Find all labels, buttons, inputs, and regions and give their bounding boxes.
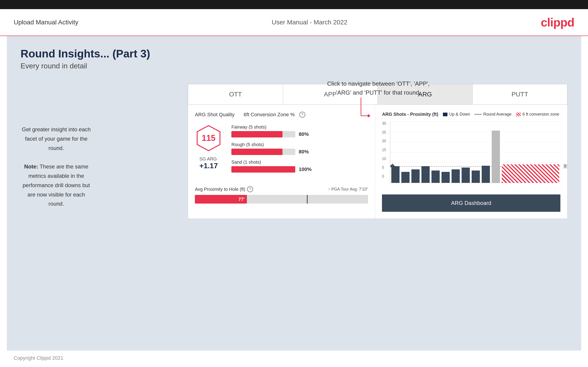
shot-quality-bars: Fairway (5 shots) 80% Rough bbox=[231, 125, 368, 177]
pga-avg: ↑ PGA Tour Avg: 7'10" bbox=[328, 187, 368, 192]
chart-header: ARG Shots - Proximity (ft) Up & Down Rou… bbox=[382, 112, 560, 117]
sg-label: SG ARG bbox=[199, 156, 218, 162]
legend-hatch-icon bbox=[516, 113, 521, 116]
bar-6 bbox=[441, 172, 450, 183]
panel-header: ARG Shot Quality 6ft Conversion Zone % ? bbox=[195, 112, 368, 118]
sand-pct: 100% bbox=[299, 167, 315, 172]
dashed-avg-label: 8 bbox=[563, 164, 567, 169]
nav-hint: Click to navigate between 'OTT', 'APP', … bbox=[321, 79, 435, 97]
bar-4 bbox=[421, 166, 430, 183]
left-panel: ARG Shot Quality 6ft Conversion Zone % ? bbox=[188, 105, 375, 219]
fairway-label: Fairway (5 shots) bbox=[231, 125, 368, 130]
y-label-15: 15 bbox=[382, 148, 386, 152]
y-label-20: 20 bbox=[382, 139, 386, 143]
sand-bar-fill bbox=[231, 166, 295, 173]
hexagon-container: 115 SG ARG +1.17 bbox=[195, 125, 222, 170]
bar-hatch bbox=[502, 164, 559, 183]
sand-label: Sand (1 shots) bbox=[231, 159, 368, 165]
tab-ott[interactable]: OTT bbox=[188, 84, 283, 105]
proximity-section: Avg Proximity to Hole (ft) ? ↑ PGA Tour … bbox=[195, 186, 368, 204]
sg-section: SG ARG +1.17 bbox=[199, 156, 218, 170]
proximity-help-icon[interactable]: ? bbox=[247, 186, 253, 192]
chart-container: 30 25 20 15 10 5 0 bbox=[382, 122, 560, 190]
content-row: Get greater insight into each facet of y… bbox=[21, 84, 567, 219]
shot-row-rough: Rough (5 shots) 80% bbox=[231, 142, 368, 155]
legend-up-down: Up & Down bbox=[443, 112, 470, 117]
arrow-annotation bbox=[354, 98, 377, 126]
legend-round-avg: Round Average bbox=[475, 112, 511, 117]
y-label-5: 5 bbox=[382, 166, 386, 170]
bars-container bbox=[391, 122, 559, 183]
bar-tall bbox=[492, 131, 500, 183]
help-icon[interactable]: ? bbox=[299, 112, 305, 118]
svg-marker-2 bbox=[368, 114, 371, 118]
tab-putt[interactable]: PUTT bbox=[473, 84, 567, 105]
hexagon-shape: 115 bbox=[195, 125, 222, 152]
proximity-header: Avg Proximity to Hole (ft) ? ↑ PGA Tour … bbox=[195, 186, 368, 192]
arg-dashboard-button[interactable]: ARG Dashboard bbox=[382, 194, 560, 212]
shot-row-fairway: Fairway (5 shots) 80% bbox=[231, 125, 368, 137]
bar-1 bbox=[391, 166, 399, 183]
proximity-bar-bg: 77' bbox=[195, 195, 368, 204]
page-title: Round Insights... (Part 3) bbox=[21, 47, 567, 60]
legend-dashed-icon bbox=[475, 114, 481, 115]
rough-bar-bg bbox=[231, 149, 295, 155]
right-panel: ARG Shots - Proximity (ft) Up & Down Rou… bbox=[375, 105, 567, 219]
proximity-cursor bbox=[307, 195, 308, 204]
bar-10 bbox=[482, 166, 490, 183]
upload-label: Upload Manual Activity bbox=[14, 19, 78, 26]
conversion-label: 6ft Conversion Zone % bbox=[244, 112, 295, 118]
shot-row-sand: Sand (1 shots) 100% bbox=[231, 159, 368, 173]
sg-value: +1.17 bbox=[199, 162, 218, 170]
chart-title: ARG Shots - Proximity (ft) bbox=[382, 112, 438, 117]
rough-bar: 80% bbox=[231, 149, 368, 155]
y-label-0: 0 bbox=[382, 174, 386, 178]
rough-pct: 80% bbox=[299, 149, 315, 155]
note-label: Note: bbox=[24, 163, 38, 170]
shot-quality-label: ARG Shot Quality bbox=[195, 112, 234, 118]
main-content: Round Insights... (Part 3) Every round i… bbox=[7, 36, 581, 350]
y-axis: 30 25 20 15 10 5 0 bbox=[382, 122, 386, 181]
bar-2 bbox=[401, 172, 410, 183]
bar-5 bbox=[432, 170, 440, 183]
proximity-val: 77' bbox=[238, 197, 245, 202]
logo: clippd bbox=[541, 16, 574, 29]
fairway-pct: 80% bbox=[299, 131, 315, 137]
y-label-25: 25 bbox=[382, 130, 386, 134]
copyright: Copyright Clippd 2021 bbox=[14, 355, 63, 361]
dashboard-panel: OTT APP ARG PUTT ARG Shot Quality 6ft Co… bbox=[188, 84, 567, 219]
legend-square-icon bbox=[443, 113, 448, 116]
sand-bar: 100% bbox=[231, 166, 368, 173]
fairway-bar-bg bbox=[231, 131, 295, 137]
rough-label: Rough (5 shots) bbox=[231, 142, 368, 147]
rough-bar-fill bbox=[231, 149, 283, 155]
page-subtitle: Every round in detail bbox=[21, 62, 567, 70]
top-bar bbox=[0, 0, 588, 9]
proximity-label: Avg Proximity to Hole (ft) ? bbox=[195, 186, 253, 192]
bar-9 bbox=[472, 170, 480, 183]
bar-3 bbox=[411, 169, 420, 183]
hexagon-value: 115 bbox=[202, 133, 215, 143]
y-label-30: 30 bbox=[382, 122, 386, 125]
score-section: 115 SG ARG +1.17 Fairway (5 shots) bbox=[195, 125, 368, 177]
legend-6ft: 6 ft conversion zone bbox=[516, 112, 559, 117]
panel-content: ARG Shot Quality 6ft Conversion Zone % ? bbox=[188, 105, 567, 219]
proximity-bar-fill: 77' bbox=[195, 195, 247, 204]
sand-bar-bg bbox=[231, 166, 295, 173]
fairway-bar: 80% bbox=[231, 131, 368, 137]
y-label-10: 10 bbox=[382, 157, 386, 161]
bar-7 bbox=[451, 169, 460, 183]
bar-8 bbox=[462, 167, 470, 183]
header: Upload Manual Activity User Manual - Mar… bbox=[0, 9, 588, 36]
footer: Copyright Clippd 2021 bbox=[0, 350, 588, 366]
manual-label: User Manual - March 2022 bbox=[272, 19, 347, 26]
fairway-bar-fill bbox=[231, 131, 283, 137]
chart-area: 8 bbox=[390, 122, 560, 183]
left-description: Get greater insight into each facet of y… bbox=[21, 84, 92, 219]
